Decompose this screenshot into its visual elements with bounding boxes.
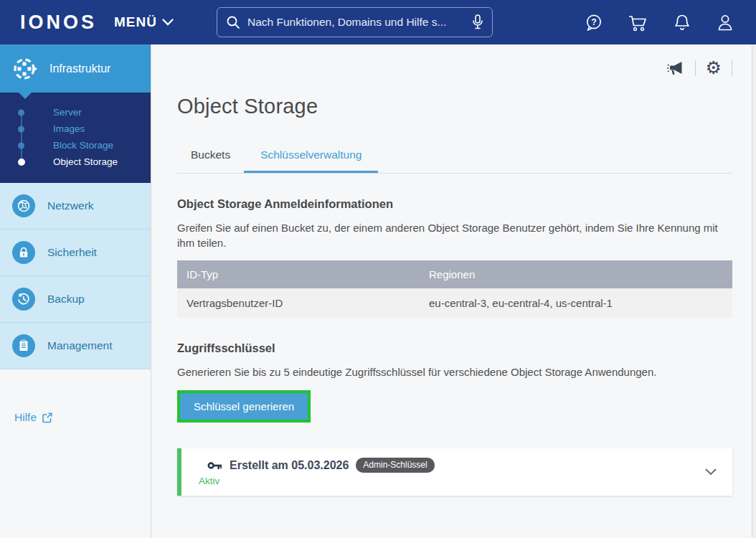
page-title: Object Storage <box>177 95 732 118</box>
main-content: ⚙ Object Storage Buckets Schlüsselverwal… <box>152 44 756 538</box>
key-icon <box>207 460 222 471</box>
sidebar-section-label: Sicherheit <box>47 246 97 259</box>
access-key-list-item[interactable]: Erstellt am 05.03.2026 Admin-Schlüssel A… <box>177 448 732 496</box>
expand-chevron-icon[interactable] <box>705 468 717 476</box>
search-icon <box>226 15 240 29</box>
svg-text:?: ? <box>591 17 597 27</box>
access-keys-heading: Zugriffsschlüssel <box>177 341 732 355</box>
key-status: Aktiv <box>199 476 435 486</box>
key-created-label: Erstellt am 05.03.2026 <box>230 459 349 472</box>
search-input[interactable] <box>247 16 465 29</box>
infrastructure-icon <box>11 55 38 82</box>
menu-label: MENÜ <box>114 14 157 30</box>
sidebar-section-sicherheit[interactable]: Sicherheit <box>0 230 151 276</box>
column-header-regionen: Regionen <box>429 268 732 280</box>
clipboard-icon <box>12 334 35 357</box>
column-header-id-typ: ID-Typ <box>177 268 429 280</box>
bell-icon[interactable] <box>673 13 691 32</box>
table-header-row: ID-Typ Regionen <box>177 260 732 288</box>
sidebar: Infrastruktur Server Images Block Storag… <box>0 44 151 538</box>
bullet-dot-icon <box>18 159 25 166</box>
sidebar-section-label: Backup <box>47 293 85 306</box>
topbar-actions: ? <box>584 13 734 32</box>
submenu-label: Object Storage <box>53 156 118 167</box>
click-target-highlight: Schlüssel generieren <box>177 390 311 423</box>
help-link[interactable]: Hilfe <box>14 411 53 424</box>
sidebar-section-label: Management <box>47 339 112 352</box>
submenu-label: Block Storage <box>53 140 113 151</box>
microphone-icon[interactable] <box>472 14 483 30</box>
tab-buckets[interactable]: Buckets <box>177 148 244 173</box>
external-link-icon <box>42 412 53 423</box>
help-bubble-icon[interactable]: ? <box>584 13 603 32</box>
global-search[interactable] <box>217 7 493 37</box>
network-globe-icon <box>12 194 35 217</box>
page-actions: ⚙ <box>177 59 732 77</box>
bullet-dot-icon <box>18 142 24 148</box>
cell-regionen: eu-central-3, eu-central-4, us-central-1 <box>429 297 732 309</box>
chevron-down-icon <box>162 19 174 26</box>
credentials-table: ID-Typ Regionen Vertragsbenutzer-ID eu-c… <box>177 260 732 318</box>
help-link-label: Hilfe <box>14 411 37 424</box>
credentials-description: Greifen Sie auf einen Bucket zu, der ein… <box>177 220 732 250</box>
key-info: Erstellt am 05.03.2026 Admin-Schlüssel A… <box>199 458 435 486</box>
cell-id-typ: Vertragsbenutzer-ID <box>177 297 429 309</box>
divider <box>695 60 696 76</box>
sidebar-item-block-storage[interactable]: Block Storage <box>0 137 151 154</box>
sidebar-section-infrastruktur[interactable]: Infrastruktur <box>0 44 151 93</box>
tab-schluesselverwaltung[interactable]: Schlüsselverwaltung <box>244 148 378 173</box>
divider <box>732 60 732 76</box>
bullet-dot-icon <box>18 109 24 115</box>
sidebar-item-server[interactable]: Server <box>0 104 151 121</box>
access-keys-description: Generieren Sie bis zu 5 eindeutige Zugri… <box>177 364 732 379</box>
scrollbar[interactable] <box>752 44 756 538</box>
generate-key-button[interactable]: Schlüssel generieren <box>180 393 308 420</box>
sidebar-section-label: Infrastruktur <box>49 62 110 75</box>
bullet-dot-icon <box>18 126 24 132</box>
user-icon[interactable] <box>716 13 734 32</box>
megaphone-icon[interactable] <box>666 60 685 77</box>
gear-icon[interactable]: ⚙ <box>706 59 722 77</box>
infrastructure-submenu: Server Images Block Storage Object Stora… <box>0 93 151 183</box>
sidebar-section-netzwerk[interactable]: Netzwerk <box>0 183 151 230</box>
cart-icon[interactable] <box>628 13 648 32</box>
ionos-logo[interactable]: IONOS <box>20 11 97 34</box>
table-row: Vertragsbenutzer-ID eu-central-3, eu-cen… <box>177 288 732 318</box>
tab-bar: Buckets Schlüsselverwaltung <box>177 148 732 173</box>
submenu-label: Images <box>53 123 85 134</box>
sidebar-footer: Hilfe <box>0 369 151 538</box>
submenu-label: Server <box>53 107 82 118</box>
backup-clock-icon <box>12 288 35 311</box>
sidebar-item-images[interactable]: Images <box>0 121 151 137</box>
tab-divider <box>177 173 732 174</box>
sidebar-section-backup[interactable]: Backup <box>0 276 151 323</box>
sidebar-section-label: Netzwerk <box>47 199 94 212</box>
top-navbar: IONOS MENÜ ? <box>0 0 756 44</box>
sidebar-item-object-storage[interactable]: Object Storage <box>0 154 151 170</box>
credentials-heading: Object Storage Anmeldeinformationen <box>177 197 732 211</box>
menu-button[interactable]: MENÜ <box>114 14 174 30</box>
lock-icon <box>12 241 35 264</box>
sidebar-section-management[interactable]: Management <box>0 323 151 369</box>
admin-key-badge: Admin-Schlüssel <box>356 458 434 473</box>
